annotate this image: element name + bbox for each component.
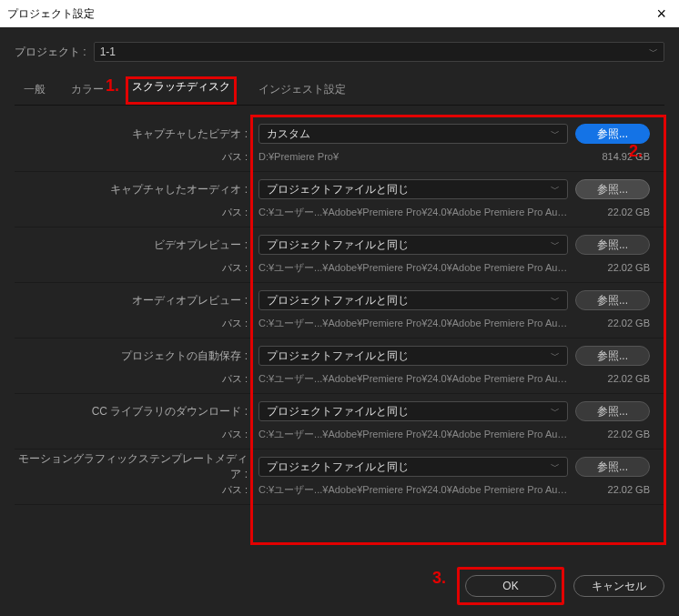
annotation-3: 3.	[432, 569, 446, 588]
scratch-section: キャプチャしたビデオ :カスタム﹀参照...パス :D:¥Premiere Pr…	[15, 116, 664, 172]
titlebar: プロジェクト設定 ×	[0, 0, 679, 27]
browse-button[interactable]: 参照...	[575, 457, 650, 477]
disk-size: 22.02 GB	[575, 262, 650, 273]
scratch-section: キャプチャしたオーディオ :プロジェクトファイルと同じ﹀参照...パス :C:¥…	[15, 172, 664, 227]
chevron-down-icon: ﹀	[551, 349, 560, 362]
location-select[interactable]: プロジェクトファイルと同じ﹀	[258, 401, 568, 421]
location-select-value: プロジェクトファイルと同じ	[267, 459, 409, 475]
browse-button[interactable]: 参照...	[575, 346, 650, 366]
close-icon[interactable]: ×	[651, 5, 672, 22]
chevron-down-icon: ﹀	[649, 45, 658, 58]
location-select-value: プロジェクトファイルと同じ	[267, 404, 409, 419]
scratch-section: プロジェクトの自動保存 :プロジェクトファイルと同じ﹀参照...パス :C:¥ユ…	[15, 338, 664, 394]
chevron-down-icon: ﹀	[551, 405, 560, 418]
tab-color[interactable]: カラー	[67, 76, 107, 105]
tab-scratch-disks[interactable]: スクラッチディスク	[128, 75, 234, 100]
path-value: D:¥Premiere Pro¥	[258, 151, 568, 162]
browse-button[interactable]: 参照...	[575, 290, 650, 310]
path-label: パス :	[15, 372, 251, 386]
path-label: パス :	[15, 261, 251, 275]
disk-size: 22.02 GB	[575, 318, 650, 328]
tabs: 一般 カラー 1. スクラッチディスク インジェスト設定	[15, 73, 664, 106]
tab-general[interactable]: 一般	[20, 76, 49, 105]
project-label: プロジェクト :	[15, 45, 86, 60]
section-label: キャプチャしたビデオ :	[15, 126, 251, 142]
location-select-value: プロジェクトファイルと同じ	[267, 293, 409, 308]
chevron-down-icon: ﹀	[551, 127, 560, 140]
ok-button[interactable]: OK	[465, 575, 556, 597]
section-label: オーディオプレビュー :	[15, 293, 251, 308]
path-label: パス :	[15, 428, 251, 441]
path-value: C:¥ユーザー...¥Adobe¥Premiere Pro¥24.0¥Adobe…	[258, 372, 568, 386]
browse-button[interactable]: 参照...	[575, 179, 650, 199]
location-select-value: プロジェクトファイルと同じ	[267, 348, 409, 364]
location-select[interactable]: プロジェクトファイルと同じ﹀	[258, 457, 568, 477]
browse-button[interactable]: 参照...	[575, 124, 650, 144]
chevron-down-icon: ﹀	[551, 183, 560, 196]
disk-size: 22.02 GB	[575, 373, 650, 384]
scratch-section: CC ライブラリのダウンロード :プロジェクトファイルと同じ﹀参照...パス :…	[15, 394, 664, 449]
path-label: パス :	[15, 150, 251, 164]
path-label: パス :	[15, 206, 251, 219]
location-select[interactable]: プロジェクトファイルと同じ﹀	[258, 346, 568, 366]
path-value: C:¥ユーザー...¥Adobe¥Premiere Pro¥24.0¥Adobe…	[258, 428, 568, 441]
path-label: パス :	[15, 483, 251, 497]
disk-size: 814.92 GB	[575, 151, 650, 162]
location-select[interactable]: プロジェクトファイルと同じ﹀	[258, 235, 568, 255]
path-value: C:¥ユーザー...¥Adobe¥Premiere Pro¥24.0¥Adobe…	[258, 206, 568, 219]
disk-size: 22.02 GB	[575, 207, 650, 217]
tab-ingest[interactable]: インジェスト設定	[255, 76, 350, 105]
path-value: C:¥ユーザー...¥Adobe¥Premiere Pro¥24.0¥Adobe…	[258, 483, 568, 497]
section-label: ビデオプレビュー :	[15, 237, 251, 253]
section-label: プロジェクトの自動保存 :	[15, 348, 251, 364]
dialog-footer: 3. OK キャンセル	[0, 556, 679, 616]
project-select[interactable]: 1-1 ﹀	[94, 42, 664, 62]
path-value: C:¥ユーザー...¥Adobe¥Premiere Pro¥24.0¥Adobe…	[258, 317, 568, 330]
location-select-value: カスタム	[267, 126, 310, 142]
path-label: パス :	[15, 317, 251, 330]
scratch-section: ビデオプレビュー :プロジェクトファイルと同じ﹀参照...パス :C:¥ユーザー…	[15, 227, 664, 283]
chevron-down-icon: ﹀	[551, 294, 560, 307]
location-select-value: プロジェクトファイルと同じ	[267, 237, 409, 253]
browse-button[interactable]: 参照...	[575, 235, 650, 255]
section-label: モーショングラフィックステンプレートメディア :	[15, 451, 251, 482]
annotation-box-3: OK	[457, 567, 564, 605]
location-select[interactable]: プロジェクトファイルと同じ﹀	[258, 290, 568, 310]
project-select-value: 1-1	[100, 45, 116, 58]
location-select[interactable]: カスタム﹀	[258, 124, 568, 144]
cancel-button[interactable]: キャンセル	[573, 575, 664, 597]
disk-size: 22.02 GB	[575, 484, 650, 495]
path-value: C:¥ユーザー...¥Adobe¥Premiere Pro¥24.0¥Adobe…	[258, 261, 568, 275]
dialog-title: プロジェクト設定	[7, 6, 95, 22]
location-select[interactable]: プロジェクトファイルと同じ﹀	[258, 179, 568, 199]
chevron-down-icon: ﹀	[551, 238, 560, 251]
chevron-down-icon: ﹀	[551, 460, 560, 473]
location-select-value: プロジェクトファイルと同じ	[267, 182, 409, 197]
scratch-section: モーショングラフィックステンプレートメディア :プロジェクトファイルと同じ﹀参照…	[15, 449, 664, 505]
browse-button[interactable]: 参照...	[575, 401, 650, 421]
section-label: キャプチャしたオーディオ :	[15, 182, 251, 197]
annotation-1: 1.	[106, 76, 119, 96]
disk-size: 22.02 GB	[575, 429, 650, 439]
scratch-section: オーディオプレビュー :プロジェクトファイルと同じ﹀参照...パス :C:¥ユー…	[15, 283, 664, 338]
settings-area: 2. キャプチャしたビデオ :カスタム﹀参照...パス :D:¥Premiere…	[15, 116, 664, 545]
section-label: CC ライブラリのダウンロード :	[15, 404, 251, 419]
